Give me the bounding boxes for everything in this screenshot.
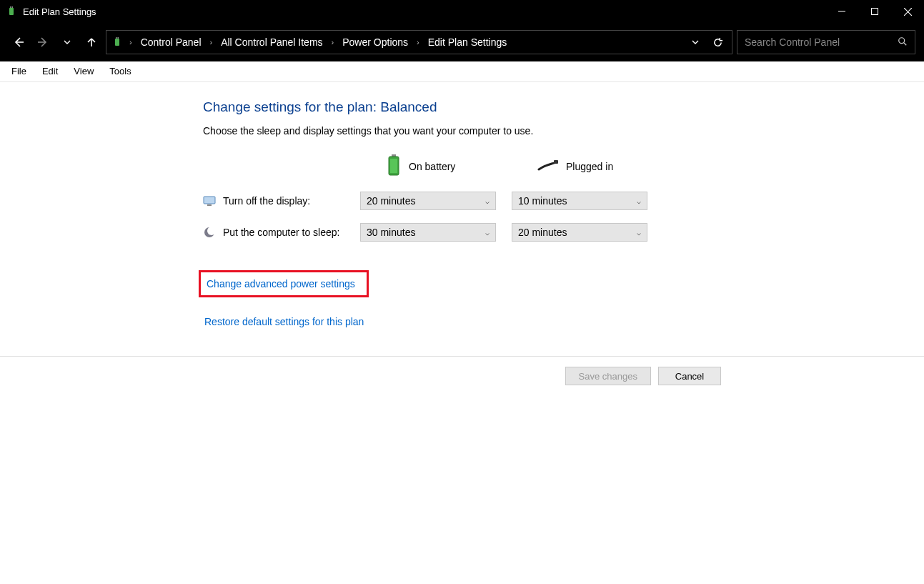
menu-view[interactable]: View [66, 63, 101, 79]
battery-icon [111, 37, 124, 47]
breadcrumb[interactable]: › Control Panel › All Control Panel Item… [106, 30, 732, 54]
combo-sleep-battery-value: 30 minutes [367, 227, 415, 238]
menu-file[interactable]: File [4, 63, 34, 79]
display-icon [203, 194, 216, 207]
breadcrumb-edit-plan[interactable]: Edit Plan Settings [425, 35, 510, 49]
breadcrumb-all-items[interactable]: All Control Panel Items [218, 35, 325, 49]
back-button[interactable] [9, 32, 29, 52]
navbar: › Control Panel › All Control Panel Item… [0, 23, 924, 61]
svg-rect-19 [207, 204, 212, 206]
menubar: File Edit View Tools [0, 61, 924, 81]
search-placeholder: Search Control Panel [745, 36, 840, 48]
menu-tools[interactable]: Tools [102, 63, 138, 79]
combo-sleep-battery[interactable]: 30 minutes ⌵ [360, 223, 496, 242]
combo-sleep-plugged[interactable]: 20 minutes ⌵ [512, 223, 647, 242]
footer: Save changes Cancel [0, 356, 924, 395]
search-icon [898, 36, 908, 49]
breadcrumb-control-panel[interactable]: Control Panel [138, 35, 204, 49]
svg-rect-18 [204, 197, 215, 204]
svg-rect-10 [116, 37, 117, 39]
combo-display-battery[interactable]: 20 minutes ⌵ [360, 192, 496, 210]
column-header-plugged: Plugged in [512, 158, 647, 174]
battery-icon [386, 154, 402, 179]
minimize-button[interactable] [825, 0, 858, 23]
address-dropdown[interactable] [685, 37, 706, 48]
forward-button[interactable] [33, 32, 53, 52]
row-label-sleep: Put the computer to sleep: [203, 226, 360, 239]
svg-rect-17 [554, 160, 558, 164]
svg-rect-4 [872, 9, 878, 15]
highlight-box: Change advanced power settings [199, 270, 369, 297]
close-button[interactable] [891, 0, 924, 23]
svg-rect-2 [12, 6, 14, 8]
link-advanced-settings[interactable]: Change advanced power settings [205, 277, 357, 291]
chevron-right-icon: › [206, 38, 217, 46]
row-sleep-label: Put the computer to sleep: [223, 227, 339, 238]
recent-dropdown[interactable] [57, 32, 77, 52]
svg-rect-11 [118, 37, 119, 39]
combo-sleep-plugged-value: 20 minutes [518, 227, 567, 238]
page-title: Change settings for the plan: Balanced [203, 99, 924, 115]
svg-rect-16 [390, 159, 397, 173]
combo-display-plugged[interactable]: 10 minutes ⌵ [512, 192, 647, 210]
row-display-label: Turn off the display: [223, 195, 310, 207]
chevron-right-icon: › [125, 38, 136, 46]
svg-point-21 [207, 227, 216, 235]
chevron-down-icon: ⌵ [637, 229, 641, 237]
maximize-button[interactable] [858, 0, 891, 23]
combo-display-plugged-value: 10 minutes [518, 195, 567, 207]
chevron-right-icon: › [327, 38, 339, 46]
search-input[interactable]: Search Control Panel [737, 30, 915, 54]
svg-rect-1 [10, 6, 11, 8]
titlebar: Edit Plan Settings [0, 0, 924, 23]
cancel-button[interactable]: Cancel [658, 367, 721, 385]
breadcrumb-power-options[interactable]: Power Options [339, 35, 411, 49]
column-header-battery-label: On battery [409, 161, 455, 172]
content-area: Change settings for the plan: Balanced C… [0, 82, 924, 356]
column-header-plugged-label: Plugged in [566, 161, 613, 172]
page-subtext: Choose the sleep and display settings th… [203, 125, 924, 137]
moon-icon [203, 226, 216, 239]
svg-rect-9 [115, 39, 119, 46]
svg-rect-0 [9, 8, 14, 15]
window-title: Edit Plan Settings [23, 6, 96, 17]
svg-point-12 [899, 37, 905, 43]
chevron-down-icon: ⌵ [485, 197, 490, 205]
cancel-button-label: Cancel [675, 371, 704, 382]
svg-line-13 [904, 42, 907, 45]
chevron-down-icon: ⌵ [485, 229, 490, 237]
settings-grid: On battery Plugged in Turn off the displ… [203, 154, 924, 242]
chevron-down-icon: ⌵ [637, 197, 641, 205]
chevron-right-icon: › [412, 38, 424, 46]
save-button-label: Save changes [579, 371, 637, 382]
combo-display-battery-value: 20 minutes [367, 195, 415, 207]
app-icon [6, 6, 17, 17]
up-button[interactable] [81, 32, 101, 52]
row-label-display: Turn off the display: [203, 194, 360, 207]
link-restore-defaults[interactable]: Restore default settings for this plan [203, 315, 365, 329]
save-button[interactable]: Save changes [565, 367, 651, 385]
refresh-button[interactable] [707, 37, 727, 48]
plug-icon [537, 158, 559, 174]
column-header-battery: On battery [360, 154, 496, 179]
menu-edit[interactable]: Edit [35, 63, 65, 79]
